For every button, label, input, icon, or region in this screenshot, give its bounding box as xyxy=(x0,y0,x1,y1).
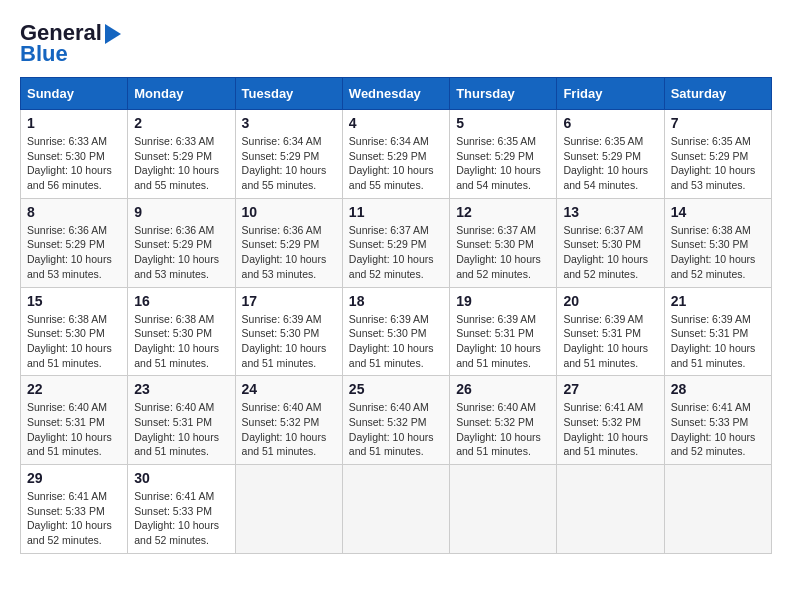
header-day-tuesday: Tuesday xyxy=(235,78,342,110)
day-number: 7 xyxy=(671,115,765,131)
day-info: Sunrise: 6:34 AM Sunset: 5:29 PM Dayligh… xyxy=(349,134,443,193)
calendar-cell: 13 Sunrise: 6:37 AM Sunset: 5:30 PM Dayl… xyxy=(557,198,664,287)
day-info: Sunrise: 6:33 AM Sunset: 5:30 PM Dayligh… xyxy=(27,134,121,193)
day-info: Sunrise: 6:35 AM Sunset: 5:29 PM Dayligh… xyxy=(563,134,657,193)
day-number: 28 xyxy=(671,381,765,397)
day-number: 30 xyxy=(134,470,228,486)
logo-blue-text: Blue xyxy=(20,41,68,67)
calendar-cell: 6 Sunrise: 6:35 AM Sunset: 5:29 PM Dayli… xyxy=(557,110,664,199)
day-number: 16 xyxy=(134,293,228,309)
day-info: Sunrise: 6:37 AM Sunset: 5:30 PM Dayligh… xyxy=(456,223,550,282)
day-info: Sunrise: 6:38 AM Sunset: 5:30 PM Dayligh… xyxy=(27,312,121,371)
calendar-cell: 22 Sunrise: 6:40 AM Sunset: 5:31 PM Dayl… xyxy=(21,376,128,465)
day-info: Sunrise: 6:41 AM Sunset: 5:33 PM Dayligh… xyxy=(134,489,228,548)
day-info: Sunrise: 6:41 AM Sunset: 5:32 PM Dayligh… xyxy=(563,400,657,459)
week-row-4: 22 Sunrise: 6:40 AM Sunset: 5:31 PM Dayl… xyxy=(21,376,772,465)
calendar-cell: 1 Sunrise: 6:33 AM Sunset: 5:30 PM Dayli… xyxy=(21,110,128,199)
day-number: 18 xyxy=(349,293,443,309)
week-row-5: 29 Sunrise: 6:41 AM Sunset: 5:33 PM Dayl… xyxy=(21,465,772,554)
day-number: 15 xyxy=(27,293,121,309)
day-number: 14 xyxy=(671,204,765,220)
day-number: 2 xyxy=(134,115,228,131)
calendar-header: SundayMondayTuesdayWednesdayThursdayFrid… xyxy=(21,78,772,110)
calendar-cell: 21 Sunrise: 6:39 AM Sunset: 5:31 PM Dayl… xyxy=(664,287,771,376)
day-number: 26 xyxy=(456,381,550,397)
day-number: 3 xyxy=(242,115,336,131)
day-info: Sunrise: 6:35 AM Sunset: 5:29 PM Dayligh… xyxy=(456,134,550,193)
calendar-cell: 7 Sunrise: 6:35 AM Sunset: 5:29 PM Dayli… xyxy=(664,110,771,199)
day-info: Sunrise: 6:37 AM Sunset: 5:30 PM Dayligh… xyxy=(563,223,657,282)
calendar-body: 1 Sunrise: 6:33 AM Sunset: 5:30 PM Dayli… xyxy=(21,110,772,554)
calendar-cell xyxy=(342,465,449,554)
calendar-cell xyxy=(664,465,771,554)
day-number: 1 xyxy=(27,115,121,131)
day-number: 22 xyxy=(27,381,121,397)
day-number: 24 xyxy=(242,381,336,397)
calendar-cell: 25 Sunrise: 6:40 AM Sunset: 5:32 PM Dayl… xyxy=(342,376,449,465)
day-info: Sunrise: 6:36 AM Sunset: 5:29 PM Dayligh… xyxy=(134,223,228,282)
day-info: Sunrise: 6:40 AM Sunset: 5:31 PM Dayligh… xyxy=(134,400,228,459)
calendar-cell: 3 Sunrise: 6:34 AM Sunset: 5:29 PM Dayli… xyxy=(235,110,342,199)
day-number: 17 xyxy=(242,293,336,309)
calendar-cell: 20 Sunrise: 6:39 AM Sunset: 5:31 PM Dayl… xyxy=(557,287,664,376)
header-day-thursday: Thursday xyxy=(450,78,557,110)
calendar: SundayMondayTuesdayWednesdayThursdayFrid… xyxy=(20,77,772,554)
day-info: Sunrise: 6:39 AM Sunset: 5:30 PM Dayligh… xyxy=(242,312,336,371)
day-info: Sunrise: 6:40 AM Sunset: 5:32 PM Dayligh… xyxy=(349,400,443,459)
day-info: Sunrise: 6:39 AM Sunset: 5:31 PM Dayligh… xyxy=(671,312,765,371)
day-info: Sunrise: 6:35 AM Sunset: 5:29 PM Dayligh… xyxy=(671,134,765,193)
day-number: 23 xyxy=(134,381,228,397)
day-info: Sunrise: 6:36 AM Sunset: 5:29 PM Dayligh… xyxy=(242,223,336,282)
calendar-cell: 5 Sunrise: 6:35 AM Sunset: 5:29 PM Dayli… xyxy=(450,110,557,199)
day-info: Sunrise: 6:38 AM Sunset: 5:30 PM Dayligh… xyxy=(134,312,228,371)
day-number: 8 xyxy=(27,204,121,220)
header: General Blue xyxy=(20,20,772,67)
day-number: 6 xyxy=(563,115,657,131)
calendar-cell: 8 Sunrise: 6:36 AM Sunset: 5:29 PM Dayli… xyxy=(21,198,128,287)
day-info: Sunrise: 6:40 AM Sunset: 5:31 PM Dayligh… xyxy=(27,400,121,459)
day-number: 12 xyxy=(456,204,550,220)
day-number: 29 xyxy=(27,470,121,486)
day-number: 21 xyxy=(671,293,765,309)
day-number: 5 xyxy=(456,115,550,131)
logo-arrow-icon xyxy=(105,24,121,44)
calendar-cell: 9 Sunrise: 6:36 AM Sunset: 5:29 PM Dayli… xyxy=(128,198,235,287)
calendar-cell xyxy=(450,465,557,554)
day-number: 20 xyxy=(563,293,657,309)
calendar-cell xyxy=(557,465,664,554)
day-number: 19 xyxy=(456,293,550,309)
day-info: Sunrise: 6:38 AM Sunset: 5:30 PM Dayligh… xyxy=(671,223,765,282)
calendar-cell: 27 Sunrise: 6:41 AM Sunset: 5:32 PM Dayl… xyxy=(557,376,664,465)
day-number: 9 xyxy=(134,204,228,220)
calendar-cell: 4 Sunrise: 6:34 AM Sunset: 5:29 PM Dayli… xyxy=(342,110,449,199)
day-number: 10 xyxy=(242,204,336,220)
day-info: Sunrise: 6:41 AM Sunset: 5:33 PM Dayligh… xyxy=(671,400,765,459)
calendar-cell: 14 Sunrise: 6:38 AM Sunset: 5:30 PM Dayl… xyxy=(664,198,771,287)
calendar-cell: 18 Sunrise: 6:39 AM Sunset: 5:30 PM Dayl… xyxy=(342,287,449,376)
day-info: Sunrise: 6:41 AM Sunset: 5:33 PM Dayligh… xyxy=(27,489,121,548)
day-info: Sunrise: 6:39 AM Sunset: 5:31 PM Dayligh… xyxy=(456,312,550,371)
week-row-3: 15 Sunrise: 6:38 AM Sunset: 5:30 PM Dayl… xyxy=(21,287,772,376)
calendar-cell xyxy=(235,465,342,554)
day-number: 25 xyxy=(349,381,443,397)
calendar-cell: 16 Sunrise: 6:38 AM Sunset: 5:30 PM Dayl… xyxy=(128,287,235,376)
calendar-cell: 24 Sunrise: 6:40 AM Sunset: 5:32 PM Dayl… xyxy=(235,376,342,465)
week-row-1: 1 Sunrise: 6:33 AM Sunset: 5:30 PM Dayli… xyxy=(21,110,772,199)
day-info: Sunrise: 6:36 AM Sunset: 5:29 PM Dayligh… xyxy=(27,223,121,282)
day-number: 27 xyxy=(563,381,657,397)
calendar-cell: 2 Sunrise: 6:33 AM Sunset: 5:29 PM Dayli… xyxy=(128,110,235,199)
calendar-cell: 23 Sunrise: 6:40 AM Sunset: 5:31 PM Dayl… xyxy=(128,376,235,465)
header-day-friday: Friday xyxy=(557,78,664,110)
day-number: 11 xyxy=(349,204,443,220)
day-number: 4 xyxy=(349,115,443,131)
logo: General Blue xyxy=(20,20,121,67)
day-info: Sunrise: 6:40 AM Sunset: 5:32 PM Dayligh… xyxy=(456,400,550,459)
header-day-monday: Monday xyxy=(128,78,235,110)
day-info: Sunrise: 6:39 AM Sunset: 5:31 PM Dayligh… xyxy=(563,312,657,371)
calendar-cell: 28 Sunrise: 6:41 AM Sunset: 5:33 PM Dayl… xyxy=(664,376,771,465)
calendar-cell: 11 Sunrise: 6:37 AM Sunset: 5:29 PM Dayl… xyxy=(342,198,449,287)
header-day-saturday: Saturday xyxy=(664,78,771,110)
header-day-sunday: Sunday xyxy=(21,78,128,110)
day-info: Sunrise: 6:39 AM Sunset: 5:30 PM Dayligh… xyxy=(349,312,443,371)
day-info: Sunrise: 6:33 AM Sunset: 5:29 PM Dayligh… xyxy=(134,134,228,193)
